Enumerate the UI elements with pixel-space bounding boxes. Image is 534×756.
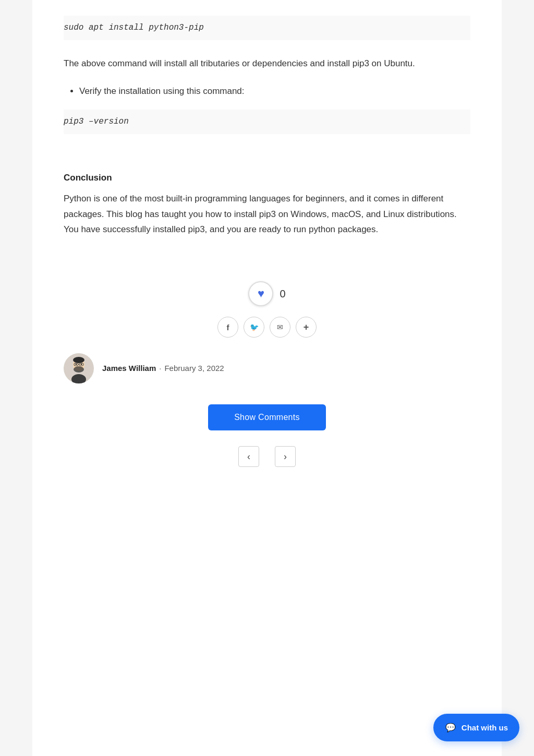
share-facebook-button[interactable]: f (217, 317, 238, 338)
comments-area: Show Comments (64, 404, 470, 430)
chat-icon: 💬 (445, 722, 456, 733)
verify-command-block: pip3 –version (64, 110, 470, 134)
install-command-text: sudo apt install python3-pip (64, 23, 204, 32)
bullet-verify: Verify the installation using this comma… (79, 84, 470, 99)
svg-point-8 (74, 366, 84, 373)
twitter-icon: 🐦 (250, 323, 259, 331)
share-twitter-button[interactable]: 🐦 (244, 317, 264, 338)
conclusion-text: Python is one of the most built-in progr… (64, 191, 470, 237)
like-count: 0 (280, 285, 285, 303)
share-more-button[interactable]: + (296, 317, 317, 338)
avatar-svg (64, 353, 94, 383)
previous-page-button[interactable]: ‹ (238, 446, 259, 467)
pagination-area: ‹ › (64, 446, 470, 467)
verify-command-text: pip3 –version (64, 117, 129, 126)
chat-label: Chat with us (462, 721, 508, 735)
author-name: James William (102, 362, 156, 375)
more-icon: + (304, 322, 309, 333)
facebook-icon: f (227, 323, 229, 332)
show-comments-button[interactable]: Show Comments (208, 404, 326, 430)
next-page-button[interactable]: › (275, 446, 296, 467)
chat-widget[interactable]: 💬 Chat with us (433, 714, 519, 742)
email-icon: ✉ (277, 323, 283, 331)
install-description: The above command will install all tribu… (64, 56, 470, 71)
author-info: James William · February 3, 2022 (102, 362, 224, 375)
author-area: James William · February 3, 2022 (64, 353, 470, 383)
bullet-list: Verify the installation using this comma… (79, 84, 470, 99)
like-button[interactable]: ♥ (248, 281, 273, 306)
share-email-button[interactable]: ✉ (270, 317, 290, 338)
author-date: February 3, 2022 (164, 362, 224, 375)
svg-point-3 (76, 364, 77, 365)
svg-point-4 (81, 364, 82, 365)
like-area: ♥ 0 (64, 281, 470, 306)
author-avatar (64, 353, 94, 383)
install-command-block: sudo apt install python3-pip (64, 16, 470, 40)
share-area: f 🐦 ✉ + (64, 317, 470, 338)
conclusion-heading: Conclusion (64, 171, 470, 186)
page-wrapper: sudo apt install python3-pip The above c… (32, 0, 502, 756)
author-separator: · (159, 362, 161, 375)
heart-icon: ♥ (258, 287, 264, 301)
svg-point-2 (73, 357, 84, 363)
